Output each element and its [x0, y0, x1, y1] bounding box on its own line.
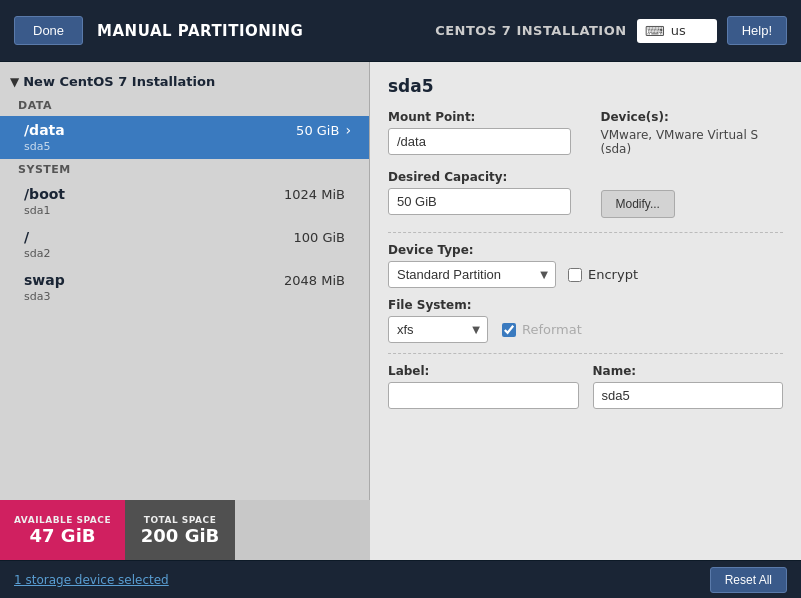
partition-row[interactable]: /data 50 GiB ›: [0, 116, 369, 140]
encrypt-label: Encrypt: [588, 267, 638, 282]
mount-capacity-row: Mount Point: Device(s): VMware, VMware V…: [388, 110, 783, 156]
keyboard-icon: ⌨: [645, 23, 665, 39]
installation-title: New CentOS 7 Installation: [23, 74, 215, 89]
available-space-value: 47 GiB: [30, 525, 96, 546]
right-panel: sda5 Mount Point: Device(s): VMware, VMw…: [370, 62, 801, 560]
partition-size-data: 50 GiB: [296, 123, 339, 138]
device-type-label: Device Type:: [388, 243, 783, 257]
help-button[interactable]: Help!: [727, 16, 787, 45]
divider-1: [388, 232, 783, 233]
mount-point-root: /: [24, 229, 293, 245]
filesystem-dropdown-wrap: xfs ext4 ext3 ext2 vfat swap ▼: [388, 316, 488, 343]
header-right: CENTOS 7 INSTALLATION ⌨ us Help!: [435, 16, 787, 45]
partition-device-root: sda2: [0, 247, 369, 266]
label-name-row: Label: Name:: [388, 364, 783, 409]
tree-toggle-icon[interactable]: ▼: [10, 75, 19, 89]
tree-header: ▼ New CentOS 7 Installation: [0, 68, 369, 95]
device-type-dropdown-wrap: Standard Partition LVM LVM Thin Provisio…: [388, 261, 556, 288]
label-input[interactable]: [388, 382, 579, 409]
partition-size-swap: 2048 MiB: [284, 273, 345, 288]
space-bar: AVAILABLE SPACE 47 GiB TOTAL SPACE 200 G…: [0, 500, 370, 560]
partition-device-data: sda5: [0, 140, 369, 159]
partition-device-boot: sda1: [0, 204, 369, 223]
divider-2: [388, 353, 783, 354]
section-system: SYSTEM: [0, 159, 369, 180]
name-input[interactable]: [593, 382, 784, 409]
total-space-label: TOTAL SPACE: [144, 515, 217, 525]
footer: 1 storage device selected Reset All: [0, 560, 801, 598]
reformat-checkbox[interactable]: [502, 323, 516, 337]
label-col: Label:: [388, 364, 579, 409]
selected-partition-name: sda5: [388, 76, 783, 96]
mount-point-label: Mount Point:: [388, 110, 571, 124]
done-button[interactable]: Done: [14, 16, 83, 45]
desired-capacity-col: Desired Capacity:: [388, 170, 571, 218]
devices-value: VMware, VMware Virtual S (sda): [601, 128, 784, 156]
filesystem-label: File System:: [388, 298, 783, 312]
device-type-select[interactable]: Standard Partition LVM LVM Thin Provisio…: [388, 261, 556, 288]
filesystem-select[interactable]: xfs ext4 ext3 ext2 vfat swap: [388, 316, 488, 343]
total-space: TOTAL SPACE 200 GiB: [125, 500, 235, 560]
label-field-label: Label:: [388, 364, 579, 378]
encrypt-row: Encrypt: [568, 267, 638, 282]
partition-row[interactable]: / 100 GiB: [0, 223, 369, 247]
filesystem-row: xfs ext4 ext3 ext2 vfat swap ▼ Reformat: [388, 316, 783, 343]
desired-capacity-label: Desired Capacity:: [388, 170, 571, 184]
modify-button[interactable]: Modify...: [601, 190, 675, 218]
capacity-modify-row: Desired Capacity: Modify...: [388, 170, 783, 218]
mount-point-boot: /boot: [24, 186, 284, 202]
mount-point-swap: swap: [24, 272, 284, 288]
available-space: AVAILABLE SPACE 47 GiB: [0, 500, 125, 560]
desired-capacity-input[interactable]: [388, 188, 571, 215]
mount-point-input[interactable]: [388, 128, 571, 155]
name-field-label: Name:: [593, 364, 784, 378]
section-data: DATA: [0, 95, 369, 116]
partition-tree: ▼ New CentOS 7 Installation DATA /data 5…: [0, 62, 369, 515]
partition-device-swap: sda3: [0, 290, 369, 309]
name-col: Name:: [593, 364, 784, 409]
main-content: ▼ New CentOS 7 Installation DATA /data 5…: [0, 62, 801, 560]
centos-installation-title: CENTOS 7 INSTALLATION: [435, 23, 626, 38]
partition-size-boot: 1024 MiB: [284, 187, 345, 202]
devices-col: Device(s): VMware, VMware Virtual S (sda…: [601, 110, 784, 156]
partition-row[interactable]: swap 2048 MiB: [0, 266, 369, 290]
keyboard-layout-selector[interactable]: ⌨ us: [637, 19, 717, 43]
partition-size-root: 100 GiB: [293, 230, 345, 245]
storage-device-link[interactable]: 1 storage device selected: [14, 573, 169, 587]
chevron-right-icon: ›: [345, 122, 351, 138]
modify-spacer: [601, 170, 784, 184]
header: Done MANUAL PARTITIONING CENTOS 7 INSTAL…: [0, 0, 801, 62]
total-space-value: 200 GiB: [141, 525, 220, 546]
reformat-row: Reformat: [502, 322, 582, 337]
keyboard-lang-label: us: [671, 23, 686, 38]
available-space-label: AVAILABLE SPACE: [14, 515, 111, 525]
left-panel: ▼ New CentOS 7 Installation DATA /data 5…: [0, 62, 370, 560]
encrypt-checkbox[interactable]: [568, 268, 582, 282]
mount-point-data: /data: [24, 122, 296, 138]
devices-label: Device(s):: [601, 110, 784, 124]
partition-row[interactable]: /boot 1024 MiB: [0, 180, 369, 204]
device-type-row: Standard Partition LVM LVM Thin Provisio…: [388, 261, 783, 288]
header-left: Done MANUAL PARTITIONING: [14, 16, 303, 45]
modify-col: Modify...: [601, 170, 784, 218]
reformat-label: Reformat: [522, 322, 582, 337]
mount-point-col: Mount Point:: [388, 110, 571, 156]
page-title: MANUAL PARTITIONING: [97, 22, 303, 40]
reset-all-button[interactable]: Reset All: [710, 567, 787, 593]
